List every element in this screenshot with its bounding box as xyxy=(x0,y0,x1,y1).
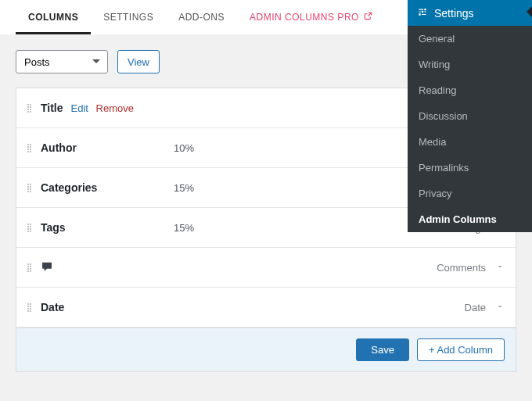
settings-panel: Settings General Writing Reading Discuss… xyxy=(408,0,532,232)
drag-handle-icon[interactable] xyxy=(27,104,31,113)
column-type: Comments xyxy=(437,262,486,274)
column-width: 15% xyxy=(174,222,268,234)
column-actions: Edit Remove xyxy=(71,102,134,114)
settings-item-discussion[interactable]: Discussion xyxy=(408,103,532,129)
chevron-down-icon[interactable] xyxy=(495,262,505,274)
settings-item-admin-columns[interactable]: Admin Columns xyxy=(408,206,532,232)
settings-item-general[interactable]: General xyxy=(408,26,532,52)
comment-icon xyxy=(41,260,53,275)
column-label: Author xyxy=(41,141,174,154)
list-selector-wrap: Posts xyxy=(16,50,108,73)
column-label: Date xyxy=(41,301,174,313)
pointer-icon xyxy=(521,6,532,17)
list-selector[interactable]: Posts xyxy=(16,50,108,73)
edit-link[interactable]: Edit xyxy=(71,102,88,114)
tab-settings[interactable]: SETTINGS xyxy=(91,1,166,34)
column-type: Date xyxy=(465,302,486,313)
tab-admin-columns-pro[interactable]: ADMIN COLUMNS PRO xyxy=(237,1,385,34)
column-width: 15% xyxy=(174,182,268,194)
remove-link[interactable]: Remove xyxy=(96,102,134,114)
settings-item-permalinks[interactable]: Permalinks xyxy=(408,155,532,181)
settings-item-writing[interactable]: Writing xyxy=(408,52,532,77)
view-button[interactable]: View xyxy=(117,50,160,73)
settings-item-reading[interactable]: Reading xyxy=(408,77,532,103)
drag-handle-icon[interactable] xyxy=(27,184,31,192)
pro-label: ADMIN COLUMNS PRO xyxy=(250,12,359,23)
settings-list: General Writing Reading Discussion Media… xyxy=(408,26,532,232)
tab-addons[interactable]: ADD-ONS xyxy=(166,1,237,34)
column-label: Tags xyxy=(41,221,174,234)
external-link-icon xyxy=(364,12,372,23)
save-button[interactable]: Save xyxy=(356,338,409,361)
column-label xyxy=(41,260,174,275)
add-column-button[interactable]: + Add Column xyxy=(417,338,505,361)
drag-handle-icon[interactable] xyxy=(27,224,31,232)
settings-panel-title: Settings xyxy=(434,7,474,20)
sliders-icon xyxy=(417,6,428,20)
tab-columns[interactable]: COLUMNS xyxy=(16,1,91,34)
footer-bar: Save + Add Column xyxy=(16,328,516,371)
drag-handle-icon[interactable] xyxy=(27,263,31,272)
drag-handle-icon[interactable] xyxy=(27,303,31,312)
column-row[interactable]: Comments xyxy=(16,248,516,288)
settings-item-privacy[interactable]: Privacy xyxy=(408,181,532,206)
column-width: 10% xyxy=(174,142,268,154)
settings-panel-header[interactable]: Settings xyxy=(408,0,532,26)
settings-item-media[interactable]: Media xyxy=(408,129,532,155)
column-label: Title Edit Remove xyxy=(41,102,174,114)
drag-handle-icon[interactable] xyxy=(27,144,31,152)
column-row[interactable]: Date Date xyxy=(16,288,516,328)
chevron-down-icon[interactable] xyxy=(495,302,505,313)
column-label: Categories xyxy=(41,181,174,194)
